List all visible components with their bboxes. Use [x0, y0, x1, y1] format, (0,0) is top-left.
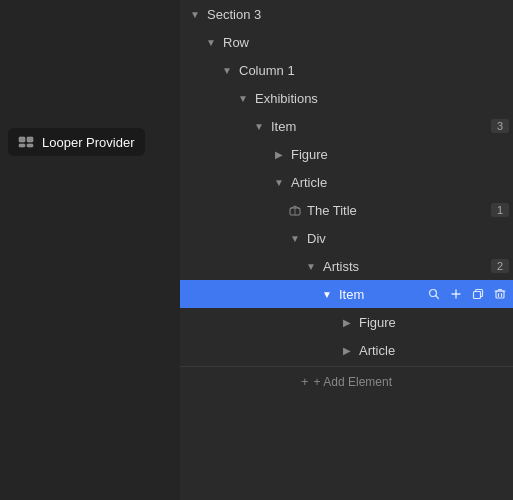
add-element-label: + Add Element — [314, 375, 392, 389]
node-text-article2: Article — [359, 343, 395, 358]
tree-node-article1[interactable]: Article — [180, 168, 513, 196]
badge-artists: 2 — [491, 259, 509, 273]
arrow-article1[interactable] — [272, 175, 286, 189]
arrow-column1[interactable] — [220, 63, 234, 77]
svg-line-18 — [436, 296, 439, 299]
tree-node-div[interactable]: Div — [180, 224, 513, 252]
looper-label: Looper Provider — [42, 135, 135, 150]
right-panel: Section 3RowColumn 1Exhibitions Item3Fig… — [180, 0, 513, 500]
looper-tooltip: Looper Provider — [8, 128, 145, 156]
node-text-div: Div — [307, 231, 326, 246]
arrow-exhibitions[interactable] — [236, 91, 250, 105]
arrow-figure2[interactable] — [340, 315, 354, 329]
add-button-item2[interactable] — [447, 285, 465, 303]
arrow-figure1[interactable] — [272, 147, 286, 161]
tree-node-item1[interactable]: Item3 — [180, 112, 513, 140]
node-text-row: Row — [223, 35, 249, 50]
node-text-item2: Item — [339, 287, 364, 302]
tree-node-thetitle[interactable]: The Title1 — [180, 196, 513, 224]
badge-thetitle: 1 — [491, 203, 509, 217]
tree-node-section3[interactable]: Section 3 — [180, 0, 513, 28]
tree-node-column1[interactable]: Column 1 — [180, 56, 513, 84]
tree-node-item2[interactable]: Item — [180, 280, 513, 308]
delete-button-item2[interactable] — [491, 285, 509, 303]
arrow-section3[interactable] — [188, 7, 202, 21]
svg-rect-3 — [27, 144, 33, 147]
svg-rect-1 — [27, 137, 33, 142]
arrow-item1[interactable] — [252, 119, 266, 133]
copy-button-item2[interactable] — [469, 285, 487, 303]
svg-rect-0 — [19, 137, 25, 142]
arrow-item2[interactable] — [320, 287, 334, 301]
node-text-figure1: Figure — [291, 147, 328, 162]
arrow-row[interactable] — [204, 35, 218, 49]
node-text-column1: Column 1 — [239, 63, 295, 78]
badge-item1: 3 — [491, 119, 509, 133]
node-text-article1: Article — [291, 175, 327, 190]
node-text-section3: Section 3 — [207, 7, 261, 22]
arrow-article2[interactable] — [340, 343, 354, 357]
node-text-item1: Item — [271, 119, 296, 134]
arrow-div[interactable] — [288, 231, 302, 245]
add-element-button[interactable]: + + Add Element — [180, 366, 513, 396]
cube-icon — [288, 203, 302, 217]
tree-node-figure1[interactable]: Figure — [180, 140, 513, 168]
node-text-figure2: Figure — [359, 315, 396, 330]
search-button-item2[interactable] — [425, 285, 443, 303]
node-text-exhibitions: Exhibitions — [255, 91, 318, 106]
add-element-plus: + — [301, 374, 309, 389]
arrow-artists[interactable] — [304, 259, 318, 273]
tree-node-article2[interactable]: Article — [180, 336, 513, 364]
tree-node-artists[interactable]: Artists2 — [180, 252, 513, 280]
left-panel: Looper Provider — [0, 0, 180, 500]
svg-rect-22 — [474, 292, 481, 299]
tree-node-row[interactable]: Row — [180, 28, 513, 56]
actions-item2 — [425, 285, 509, 303]
node-text-thetitle: The Title — [307, 203, 357, 218]
svg-rect-23 — [496, 291, 504, 298]
svg-rect-2 — [19, 144, 25, 147]
tree-node-exhibitions[interactable]: Exhibitions — [180, 84, 513, 112]
looper-icon — [18, 134, 34, 150]
node-text-artists: Artists — [323, 259, 359, 274]
tree-node-figure2[interactable]: Figure — [180, 308, 513, 336]
tree-container: Section 3RowColumn 1Exhibitions Item3Fig… — [180, 0, 513, 364]
